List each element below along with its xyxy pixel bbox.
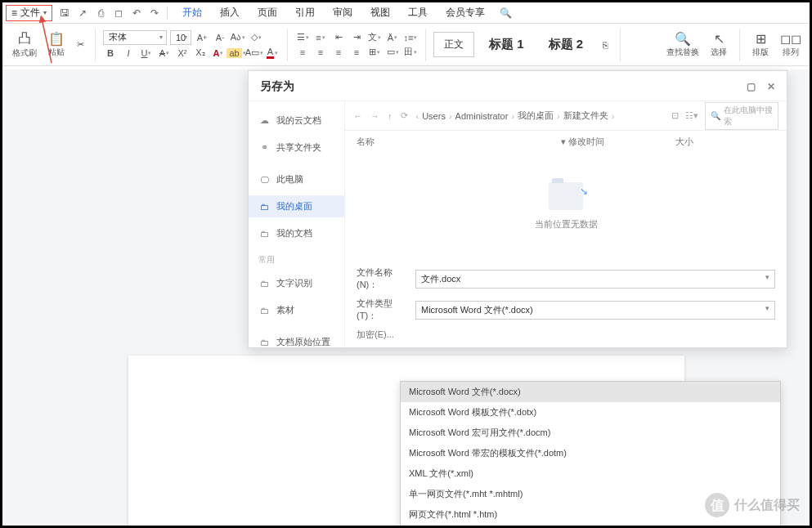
- filetype-option[interactable]: XML 文件(*.xml): [401, 463, 780, 484]
- styles-expand-icon[interactable]: ⎘: [598, 38, 612, 51]
- sidebar-item-desktop[interactable]: 🗀 我的桌面: [249, 195, 344, 217]
- decrease-font-icon[interactable]: A-: [213, 31, 227, 44]
- columns-icon[interactable]: ⊞: [367, 46, 382, 59]
- align-center-icon[interactable]: ≡: [313, 46, 328, 59]
- font-family-dropdown[interactable]: 宋体: [103, 30, 167, 45]
- scissors-icon[interactable]: ✂: [73, 38, 87, 51]
- quick-access-toolbar: 🖫 ↗ ⎙ ◻ ↶ ↷: [59, 7, 160, 19]
- strikethrough-icon[interactable]: A: [157, 47, 172, 60]
- numbered-list-icon[interactable]: ≡: [313, 31, 328, 44]
- increase-font-icon[interactable]: A+: [195, 31, 209, 44]
- increase-indent-icon[interactable]: ⇥: [349, 31, 364, 44]
- change-case-icon[interactable]: Aა: [231, 31, 245, 44]
- line-spacing-icon[interactable]: ↕≡: [403, 31, 418, 44]
- filename-input[interactable]: 文件.docx: [415, 270, 775, 289]
- sidebar-item-materials[interactable]: 🗀 素材: [249, 299, 344, 321]
- save-icon[interactable]: 🖫: [59, 7, 70, 19]
- shading-icon[interactable]: A▭: [247, 47, 262, 60]
- text-direction-icon[interactable]: 文: [367, 31, 382, 44]
- sidebar-item-cloud[interactable]: ☁ 我的云文档: [249, 110, 344, 132]
- tab-membership[interactable]: 会员专享: [444, 2, 487, 23]
- search-icon[interactable]: 🔍: [500, 7, 512, 19]
- sidebar-item-documents[interactable]: 🗀 我的文档: [249, 222, 344, 244]
- crumb[interactable]: Administrator: [455, 111, 509, 121]
- redo-icon[interactable]: ↷: [149, 7, 160, 19]
- bold-icon[interactable]: B: [103, 47, 118, 60]
- ribbon-tabs: 开始 插入 页面 引用 审阅 视图 工具 会员专享: [181, 2, 487, 23]
- format-painter-button[interactable]: 凸 格式刷: [9, 29, 40, 60]
- separator: [620, 29, 621, 61]
- layout-button[interactable]: ⊞ 排版: [751, 29, 770, 60]
- find-replace-button[interactable]: 🔍 查找替换: [665, 29, 701, 60]
- filetype-option[interactable]: Microsoft Word 带宏的模板文件(*.dotm): [401, 443, 780, 463]
- filetype-option[interactable]: Microsoft Word 模板文件(*.dotx): [401, 402, 780, 423]
- col-size[interactable]: 大小: [675, 136, 725, 148]
- tab-insert[interactable]: 插入: [218, 2, 241, 23]
- font-group: 宋体 10 A+ A- Aა ◇ B I U A X² X₂ A ab A▭ A: [103, 30, 280, 60]
- up-icon[interactable]: ↑: [388, 111, 393, 121]
- font-size-dropdown[interactable]: 10: [170, 30, 191, 45]
- file-label: 文件: [20, 6, 40, 20]
- paragraph-shading-icon[interactable]: ▭: [385, 46, 400, 59]
- col-modified[interactable]: ▾ 修改时间: [561, 136, 643, 148]
- highlight-icon[interactable]: ab: [229, 47, 244, 60]
- filetype-option[interactable]: WPS加密文档格式(*.docx *.doc): [401, 525, 780, 528]
- sidebar-item-ocr[interactable]: 🗀 文字识别: [249, 272, 344, 294]
- select-button[interactable]: ↖ 选择: [709, 29, 729, 60]
- new-folder-icon[interactable]: ⊡: [671, 110, 679, 121]
- sidebar-item-shared[interactable]: ⚭ 共享文件夹: [249, 136, 344, 159]
- italic-icon[interactable]: I: [121, 47, 136, 60]
- undo-icon[interactable]: ↶: [131, 7, 142, 19]
- save-as-dialog: 另存为 ▢ ✕ ☁ 我的云文档 ⚭ 共享文件夹 🖵 此电脑 🗀 我的桌面: [248, 70, 787, 348]
- tab-tools[interactable]: 工具: [406, 2, 429, 23]
- align-left-icon[interactable]: ≡: [295, 46, 310, 59]
- forward-icon[interactable]: →: [370, 111, 379, 121]
- bullet-list-icon[interactable]: ☰: [295, 31, 310, 44]
- subscript-icon[interactable]: X₂: [193, 47, 208, 60]
- col-name[interactable]: 名称: [357, 136, 528, 148]
- underline-icon[interactable]: U: [139, 47, 154, 60]
- borders-icon[interactable]: 田: [403, 46, 418, 59]
- paste-button[interactable]: 📋 粘贴: [45, 29, 68, 60]
- tab-page[interactable]: 页面: [256, 2, 279, 23]
- sidebar-item-thispc[interactable]: 🖵 此电脑: [249, 168, 344, 190]
- view-options-icon[interactable]: ☷▾: [685, 110, 698, 121]
- decrease-indent-icon[interactable]: ⇤: [331, 31, 346, 44]
- style-heading-1[interactable]: 标题 1: [479, 32, 534, 57]
- crumb[interactable]: 新建文件夹: [563, 110, 608, 122]
- refresh-icon[interactable]: ⟳: [401, 110, 408, 121]
- superscript-icon[interactable]: X²: [175, 47, 190, 60]
- close-icon[interactable]: ✕: [767, 81, 775, 92]
- print-icon[interactable]: ⎙: [95, 7, 106, 19]
- filetype-option[interactable]: Microsoft Word 宏可用文件(*.docm): [401, 423, 780, 443]
- tab-references[interactable]: 引用: [294, 2, 316, 23]
- caret-down-icon: ▾: [43, 9, 47, 16]
- encrypt-link[interactable]: 加密(E)...: [357, 329, 407, 341]
- tab-review[interactable]: 审阅: [331, 2, 354, 23]
- tab-start[interactable]: 开始: [181, 2, 204, 23]
- align-right-icon[interactable]: ≡: [331, 46, 346, 59]
- tab-view[interactable]: 视图: [369, 2, 392, 23]
- back-icon[interactable]: ←: [353, 111, 362, 121]
- style-normal[interactable]: 正文: [433, 32, 474, 57]
- export-icon[interactable]: ↗: [77, 7, 88, 19]
- clear-format-icon[interactable]: ◇: [249, 31, 263, 44]
- maximize-icon[interactable]: ▢: [747, 81, 756, 92]
- font-color-icon[interactable]: A: [265, 47, 280, 60]
- crumb[interactable]: Users: [422, 111, 446, 121]
- watermark: 值 什么值得买: [705, 493, 800, 517]
- style-heading-2[interactable]: 标题 2: [539, 32, 594, 57]
- align-justify-icon[interactable]: ≡: [349, 46, 364, 59]
- filetype-dropdown[interactable]: Microsoft Word 文件(*.docx): [415, 301, 775, 320]
- text-effects-icon[interactable]: A: [211, 47, 226, 60]
- filetype-option[interactable]: Microsoft Word 文件(*.docx): [401, 382, 780, 402]
- file-menu-button[interactable]: ≡ 文件 ▾: [6, 5, 52, 21]
- preview-icon[interactable]: ◻: [113, 7, 124, 19]
- crumb[interactable]: 我的桌面: [518, 110, 554, 122]
- search-input[interactable]: 🔍 在此电脑中搜索: [705, 102, 778, 130]
- layout-icon: ⊞: [756, 31, 766, 47]
- arrange-button[interactable]: ◻◻ 排列: [778, 29, 803, 60]
- styles-gallery: 正文 标题 1 标题 2 ⎘: [433, 32, 612, 57]
- sidebar-item-original[interactable]: 🗀 文档原始位置: [249, 331, 344, 347]
- align-distribute-icon[interactable]: Ä: [385, 31, 400, 44]
